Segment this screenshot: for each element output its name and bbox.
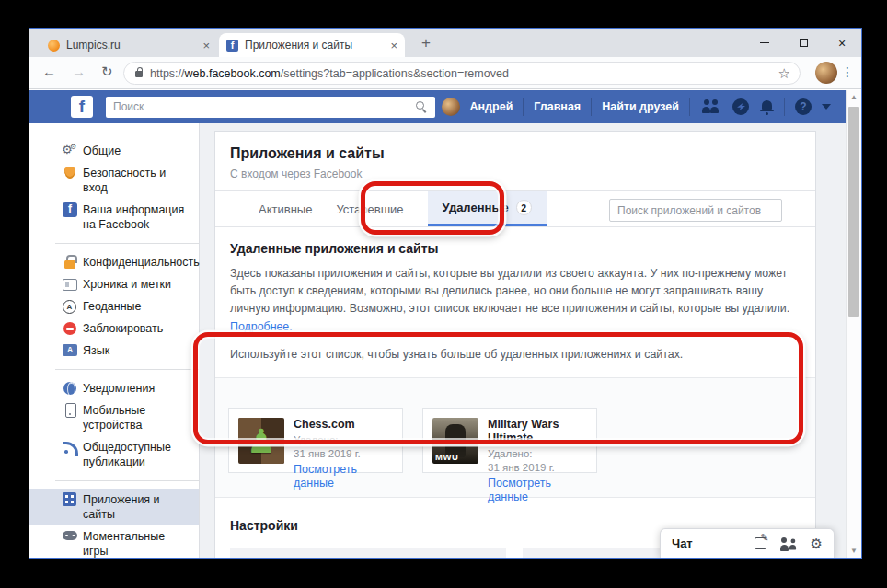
close-window-button[interactable]: × [823, 29, 861, 57]
back-button[interactable]: ← [42, 63, 56, 79]
reload-button[interactable]: ↻ [101, 63, 113, 80]
view-data-link[interactable]: Посмотреть данные [488, 477, 587, 504]
sidebar-item-location[interactable]: Геоданные [29, 295, 199, 317]
profile-avatar[interactable] [442, 98, 460, 116]
app-removed-date: 31 янв 2019 г. [294, 447, 393, 461]
divider [55, 480, 199, 481]
app-removed-date: 31 янв 2019 г. [488, 461, 587, 475]
sidebar-item-instant-games[interactable]: Моментальные игры [29, 525, 199, 558]
notifications-bell-icon[interactable] [759, 99, 774, 115]
sidebar-item-blocking[interactable]: Заблокировать [29, 317, 199, 340]
tab-title: Приложения и сайты [245, 39, 384, 52]
sidebar-item-label: Безопасность и вход [83, 167, 166, 194]
view-data-link[interactable]: Посмотреть данные [294, 463, 393, 490]
divider [689, 98, 690, 116]
address-bar[interactable]: https://web.facebook.com/settings?tab=ap… [123, 62, 801, 85]
apps-grid-icon [63, 492, 76, 506]
new-tab-button[interactable]: + [416, 32, 436, 54]
facebook-square-icon: f [63, 202, 77, 217]
sidebar-item-language[interactable]: A Язык [29, 340, 199, 362]
navbar-right: Андрей Главная Найти друзей ? [442, 98, 831, 116]
browser-tab-strip: Lumpics.ru × f Приложения и сайты × + × [29, 29, 861, 57]
page-scrollbar[interactable]: ▲ ▼ [846, 90, 861, 558]
search-icon[interactable] [416, 101, 428, 113]
chat-bar[interactable]: Чат ⚙ [660, 528, 835, 558]
friend-requests-icon[interactable] [700, 99, 722, 114]
divider [591, 98, 592, 116]
sidebar-item-label: Заблокировать [83, 322, 163, 335]
apps-search-input[interactable] [609, 199, 782, 222]
sidebar-item-general[interactable]: Общие [29, 140, 199, 162]
scroll-down-icon[interactable]: ▼ [847, 547, 861, 555]
browser-tab-lumpics[interactable]: Lumpics.ru × [40, 33, 217, 57]
bookmark-star-icon[interactable]: ☆ [778, 65, 790, 82]
page-viewport: f Андрей Главная Найти друзей [29, 90, 861, 558]
sidebar-item-label: Мобильные устройства [83, 404, 145, 432]
facebook-page: f Андрей Главная Найти друзей [29, 90, 846, 558]
gamepad-icon [63, 531, 77, 546]
chat-label: Чат [672, 536, 755, 550]
section-paragraph-1: Здесь показаны приложения и сайты, котор… [230, 265, 801, 336]
browser-profile-avatar[interactable] [815, 62, 837, 84]
phone-icon [63, 403, 77, 418]
tab-close-icon[interactable]: × [202, 39, 210, 52]
section-heading: Удаленные приложения и сайты [230, 241, 801, 256]
annotation-ring-removed-apps [193, 332, 803, 444]
sidebar-item-label: Язык [83, 344, 109, 357]
rss-icon [63, 440, 77, 455]
gears-icon [63, 144, 77, 158]
find-friends-link[interactable]: Найти друзей [602, 100, 679, 113]
sidebar-item-apps-websites[interactable]: Приложения и сайты [29, 489, 199, 525]
tab-close-icon[interactable]: × [390, 39, 397, 52]
apps-websites-games-panel[interactable]: ⚙ Приложения, сайты и игры [230, 548, 506, 558]
divider [55, 243, 199, 244]
forward-button[interactable]: → [72, 63, 86, 79]
messenger-icon[interactable] [732, 98, 749, 115]
maximize-button[interactable] [784, 29, 823, 57]
tab-active-apps[interactable]: Активные [259, 191, 312, 226]
url-scheme: https:// [150, 67, 185, 80]
tab-title: Lumpics.ru [66, 39, 196, 52]
sidebar-item-privacy[interactable]: Конфиденциальность [29, 251, 199, 273]
sidebar-item-notifications[interactable]: Уведомления [29, 377, 199, 399]
minimize-button[interactable] [745, 29, 784, 57]
home-link[interactable]: Главная [534, 100, 581, 113]
language-icon: A [63, 344, 77, 356]
sidebar-item-label: Приложения и сайты [83, 493, 160, 521]
facebook-logo-icon[interactable]: f [71, 96, 93, 118]
facebook-search[interactable] [106, 97, 435, 118]
account-menu-caret-icon[interactable] [822, 104, 831, 110]
window-controls: × [745, 29, 861, 57]
people-icon[interactable] [780, 537, 797, 550]
url-path: /settings?tab=applications&section=remov… [281, 67, 509, 80]
sidebar-item-your-info[interactable]: f Ваша информация на Facebook [29, 199, 199, 236]
sidebar-item-label: Ваша информация на Facebook [83, 203, 184, 231]
sidebar-item-label: Моментальные игры [83, 530, 165, 558]
divider [55, 369, 199, 370]
sidebar-item-label: Уведомления [83, 382, 155, 395]
apps-tabs-row: Активные Устаревшие Удаленные 2 [215, 190, 815, 227]
facebook-search-input[interactable] [113, 100, 416, 113]
settings-sidebar: Общие Безопасность и вход f Ваша информа… [29, 123, 200, 558]
help-icon[interactable]: ? [795, 98, 812, 115]
sidebar-item-public-posts[interactable]: Общедоступные публикации [29, 436, 199, 473]
sidebar-item-label: Конфиденциальность [83, 256, 200, 269]
chat-settings-gear-icon[interactable]: ⚙ [811, 536, 823, 552]
lock-icon [135, 71, 143, 77]
sidebar-item-mobile[interactable]: Мобильные устройства [29, 399, 199, 436]
sidebar-item-security[interactable]: Безопасность и вход [29, 162, 199, 199]
page-subtitle: С входом через Facebook [230, 167, 801, 180]
block-icon [63, 321, 77, 336]
compose-icon[interactable] [755, 537, 766, 549]
profile-link[interactable]: Андрей [470, 100, 513, 113]
sidebar-item-label: Геоданные [83, 300, 142, 313]
divider [784, 98, 785, 116]
sidebar-item-timeline[interactable]: Хроника и метки [29, 273, 199, 295]
learn-more-link[interactable]: Подробнее. [230, 320, 293, 333]
annotation-ring-removed-tab [361, 181, 504, 235]
scroll-up-icon[interactable]: ▲ [847, 93, 861, 101]
shield-icon [63, 167, 77, 181]
scrollbar-thumb[interactable] [848, 107, 859, 317]
browser-tab-facebook[interactable]: f Приложения и сайты × [219, 33, 405, 57]
browser-menu-icon[interactable]: ⋮ [841, 64, 854, 79]
